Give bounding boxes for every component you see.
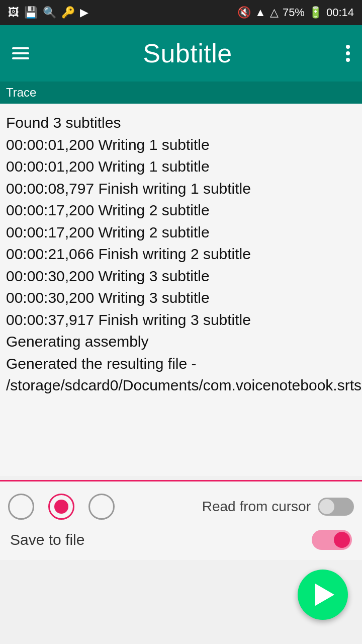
log-line: 00:00:08,797 Finish writing 1 subtitle (6, 178, 356, 200)
play-icon (315, 584, 334, 606)
log-line: 00:00:30,200 Writing 3 subtitle (6, 287, 356, 309)
key-icon: 🔑 (61, 6, 75, 19)
signal-icon: △ (270, 6, 279, 19)
radio-button-right[interactable] (88, 494, 115, 520)
wifi-icon: ▲ (255, 6, 266, 19)
bottom-controls: Read from cursor Save to file (0, 481, 362, 560)
log-line: 00:00:01,200 Writing 1 subtitle (6, 155, 356, 178)
read-cursor-label: Read from cursor (202, 499, 311, 515)
log-line: 00:00:30,200 Writing 3 subtitle (6, 265, 356, 287)
radio-button-left[interactable] (8, 494, 34, 520)
battery-percent: 75% (283, 6, 305, 19)
radio-inner (54, 500, 68, 514)
save-to-file-label: Save to file (10, 531, 84, 548)
log-line: 00:00:17,200 Writing 2 subtitle (6, 221, 356, 244)
radio-button-middle[interactable] (48, 494, 74, 520)
log-line: Generated the resulting file - /storage/… (6, 353, 356, 396)
log-line: 00:00:17,200 Writing 2 subtitle (6, 199, 356, 221)
toolbar-title: Subtitle (143, 38, 232, 68)
save-to-file-toggle[interactable] (312, 530, 352, 550)
status-icons-right: 🔇 ▲ △ 75% 🔋 00:14 (237, 6, 354, 19)
battery-icon: 🔋 (309, 6, 322, 19)
log-line: 00:00:37,917 Finish writing 3 subtitle (6, 309, 356, 331)
log-line: Generating assembly (6, 331, 356, 353)
radio-group: Read from cursor (8, 494, 354, 520)
search-icon: 🔍 (43, 6, 56, 19)
trace-label: Trace (6, 86, 36, 100)
sd-icon: 💾 (24, 6, 38, 19)
play-fab[interactable] (298, 570, 348, 620)
trace-bar: Trace (0, 82, 362, 104)
read-cursor-row: Read from cursor (202, 498, 354, 516)
toolbar: Subtitle (0, 25, 362, 82)
photo-icon: 🖼 (8, 6, 19, 19)
menu-button[interactable] (12, 47, 29, 59)
log-area: Found 3 subtitles00:00:01,200 Writing 1 … (0, 104, 362, 476)
play-store-icon: ▶ (80, 6, 88, 19)
status-icons-left: 🖼 💾 🔍 🔑 ▶ (8, 6, 88, 19)
read-cursor-toggle[interactable] (318, 498, 354, 516)
log-line: Found 3 subtitles (6, 112, 356, 134)
log-line: 00:00:01,200 Writing 1 subtitle (6, 134, 356, 156)
status-bar: 🖼 💾 🔍 🔑 ▶ 🔇 ▲ △ 75% 🔋 00:14 (0, 0, 362, 25)
radio-buttons (8, 494, 115, 520)
more-options-button[interactable] (346, 41, 350, 66)
log-line: 00:00:21,066 Finish writing 2 subtitle (6, 243, 356, 265)
mute-icon: 🔇 (237, 6, 251, 19)
save-row: Save to file (8, 530, 354, 550)
clock: 00:14 (326, 6, 354, 19)
